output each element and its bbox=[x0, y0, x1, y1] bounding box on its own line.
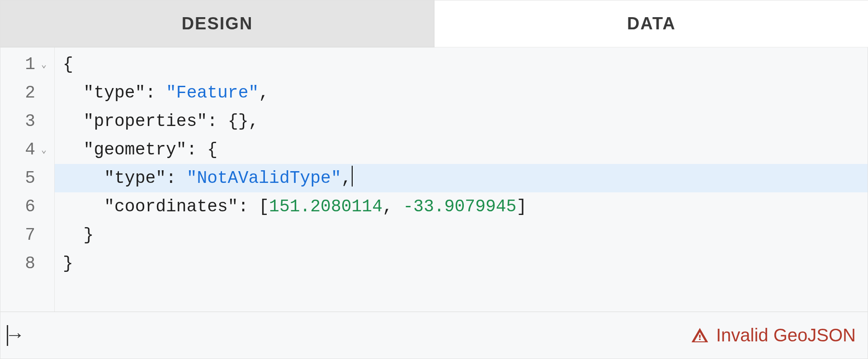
tab-bar: DESIGN DATA bbox=[0, 0, 868, 47]
fold-toggle-icon[interactable]: ⌄ bbox=[39, 59, 49, 70]
warning-icon bbox=[691, 326, 709, 345]
code-editor[interactable]: 1⌄2 3 4⌄5 6 7 8 { "type": "Feature", "pr… bbox=[0, 47, 868, 312]
line-number-gutter: 1⌄2 3 4⌄5 6 7 8 bbox=[0, 47, 55, 312]
line-number: 7 bbox=[0, 221, 54, 249]
line-number: 2 bbox=[0, 79, 54, 107]
code-line[interactable]: { bbox=[55, 50, 868, 79]
editor-panel: DESIGN DATA 1⌄2 3 4⌄5 6 7 8 { "type": "F… bbox=[0, 0, 868, 359]
error-text: Invalid GeoJSON bbox=[716, 325, 856, 345]
code-line[interactable]: "properties": {}, bbox=[55, 107, 868, 135]
indent-toggle-button[interactable]: → bbox=[7, 324, 19, 347]
pipe-icon bbox=[7, 325, 8, 346]
line-number: 3 bbox=[0, 107, 54, 135]
code-line[interactable]: "geometry": { bbox=[55, 135, 868, 164]
code-line[interactable]: "type": "Feature", bbox=[55, 79, 868, 107]
code-line[interactable]: } bbox=[55, 221, 868, 249]
code-line[interactable]: "type": "NotAValidType", bbox=[55, 164, 868, 192]
validation-error: Invalid GeoJSON bbox=[691, 325, 856, 345]
fold-toggle-icon[interactable]: ⌄ bbox=[39, 144, 49, 155]
text-cursor bbox=[352, 166, 353, 186]
code-line[interactable]: "coordinates": [151.2080114, -33.9079945… bbox=[55, 192, 868, 221]
tab-design[interactable]: DESIGN bbox=[0, 0, 434, 47]
tab-data[interactable]: DATA bbox=[434, 0, 868, 47]
code-area[interactable]: { "type": "Feature", "properties": {}, "… bbox=[55, 47, 868, 312]
line-number: 6 bbox=[0, 192, 54, 221]
status-bar: → Invalid GeoJSON bbox=[0, 312, 868, 359]
line-number: 4⌄ bbox=[0, 135, 54, 164]
line-number: 8 bbox=[0, 249, 54, 278]
arrow-right-icon: → bbox=[9, 324, 19, 347]
code-line[interactable]: } bbox=[55, 249, 868, 278]
line-number: 5 bbox=[0, 164, 54, 192]
line-number: 1⌄ bbox=[0, 50, 54, 79]
